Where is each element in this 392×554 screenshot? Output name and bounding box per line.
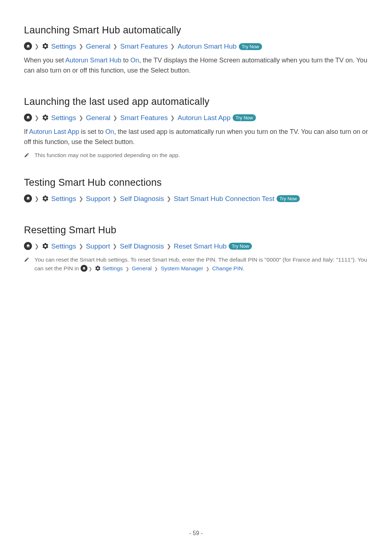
document-page: Launching Smart Hub automatically ❯ Sett…	[0, 0, 392, 554]
breadcrumb-self-diagnosis[interactable]: Self Diagnosis	[120, 242, 164, 250]
pencil-icon	[24, 152, 29, 160]
breadcrumb-system-manager[interactable]: System Manager	[161, 265, 203, 271]
gear-icon	[42, 242, 49, 250]
chevron-right-icon: ❯	[34, 196, 40, 202]
breadcrumb-change-pin[interactable]: Change PIN	[212, 265, 243, 271]
section-title-testing-connections: Testing Smart Hub connections	[24, 177, 368, 188]
breadcrumb-connection-test[interactable]: Start Smart Hub Connection Test	[174, 195, 274, 203]
text: If	[24, 128, 29, 135]
breadcrumb-settings[interactable]: Settings	[51, 114, 76, 122]
paragraph: If Autorun Last App is set to On, the la…	[24, 127, 368, 147]
chevron-right-icon: ❯	[87, 266, 93, 271]
breadcrumb-autorun-smart-hub: ❯ Settings ❯ General ❯ Smart Features ❯ …	[24, 42, 368, 50]
chevron-right-icon: ❯	[78, 43, 84, 50]
breadcrumb-smart-features[interactable]: Smart Features	[120, 42, 168, 50]
gear-icon	[42, 195, 49, 202]
try-now-badge[interactable]: Try Now	[239, 43, 262, 50]
text: .	[243, 265, 244, 271]
breadcrumb-connection-test: ❯ Settings ❯ Support ❯ Self Diagnosis ❯ …	[24, 195, 368, 203]
text: is set to	[79, 128, 105, 135]
note: You can reset the Smart Hub settings. To…	[24, 255, 368, 273]
breadcrumb-settings[interactable]: Settings	[51, 42, 76, 50]
gear-icon	[42, 114, 49, 121]
inline-link-autorun-smart-hub[interactable]: Autorun Smart Hub	[65, 57, 121, 64]
gear-icon	[95, 265, 101, 271]
chevron-right-icon: ❯	[112, 196, 118, 202]
try-now-badge[interactable]: Try Now	[229, 243, 252, 250]
note-text: You can reset the Smart Hub settings. To…	[34, 255, 368, 273]
section-title-autorun-last-app: Launching the last used app automaticall…	[24, 96, 368, 107]
chevron-right-icon: ❯	[78, 115, 84, 121]
inline-link-on[interactable]: On	[130, 57, 139, 64]
breadcrumb-reset-smart-hub[interactable]: Reset Smart Hub	[174, 242, 227, 250]
home-icon	[24, 114, 32, 122]
try-now-badge[interactable]: Try Now	[277, 195, 300, 202]
home-icon	[81, 265, 87, 272]
note: This function may not be supported depen…	[24, 151, 368, 160]
home-icon	[24, 42, 32, 50]
breadcrumb-autorun-smart-hub[interactable]: Autorun Smart Hub	[177, 42, 237, 50]
text: When you set	[24, 57, 65, 64]
page-number: - 59 -	[0, 530, 392, 537]
breadcrumb-general[interactable]: General	[132, 265, 152, 271]
gear-icon	[42, 42, 49, 50]
breadcrumb-autorun-last-app: ❯ Settings ❯ General ❯ Smart Features ❯ …	[24, 114, 368, 122]
chevron-right-icon: ❯	[153, 266, 159, 271]
breadcrumb-self-diagnosis[interactable]: Self Diagnosis	[120, 195, 164, 203]
text: to	[121, 57, 130, 64]
inline-link-on[interactable]: On	[105, 128, 114, 135]
breadcrumb-settings[interactable]: Settings	[51, 242, 76, 250]
chevron-right-icon: ❯	[34, 43, 40, 50]
paragraph: When you set Autorun Smart Hub to On, th…	[24, 56, 368, 76]
chevron-right-icon: ❯	[34, 115, 40, 121]
inline-link-autorun-last-app[interactable]: Autorun Last App	[29, 128, 79, 135]
section-title-autorun-smart-hub: Launching Smart Hub automatically	[24, 25, 368, 36]
chevron-right-icon: ❯	[78, 243, 84, 250]
breadcrumb-settings[interactable]: Settings	[102, 265, 123, 271]
note-text: This function may not be supported depen…	[34, 151, 180, 160]
chevron-right-icon: ❯	[113, 115, 118, 121]
breadcrumb-general[interactable]: General	[86, 114, 111, 122]
chevron-right-icon: ❯	[78, 196, 84, 202]
inline-breadcrumb-change-pin: ❯ Settings ❯ General ❯ System Manager ❯ …	[81, 265, 243, 271]
chevron-right-icon: ❯	[113, 43, 118, 50]
home-icon	[24, 194, 32, 202]
chevron-right-icon: ❯	[170, 43, 175, 50]
chevron-right-icon: ❯	[34, 243, 40, 250]
home-icon	[24, 242, 32, 250]
breadcrumb-reset-smart-hub: ❯ Settings ❯ Support ❯ Self Diagnosis ❯ …	[24, 242, 368, 250]
breadcrumb-support[interactable]: Support	[86, 195, 110, 203]
section-title-resetting-smart-hub: Resetting Smart Hub	[24, 225, 368, 236]
pencil-icon	[24, 256, 29, 265]
chevron-right-icon: ❯	[205, 266, 211, 271]
breadcrumb-smart-features[interactable]: Smart Features	[120, 114, 168, 122]
chevron-right-icon: ❯	[124, 266, 130, 271]
chevron-right-icon: ❯	[112, 243, 118, 250]
breadcrumb-settings[interactable]: Settings	[51, 195, 76, 203]
try-now-badge[interactable]: Try Now	[233, 114, 256, 121]
chevron-right-icon: ❯	[170, 115, 175, 121]
chevron-right-icon: ❯	[166, 196, 172, 202]
breadcrumb-support[interactable]: Support	[86, 242, 110, 250]
breadcrumb-general[interactable]: General	[86, 42, 111, 50]
chevron-right-icon: ❯	[166, 243, 172, 250]
breadcrumb-autorun-last-app[interactable]: Autorun Last App	[177, 114, 230, 122]
